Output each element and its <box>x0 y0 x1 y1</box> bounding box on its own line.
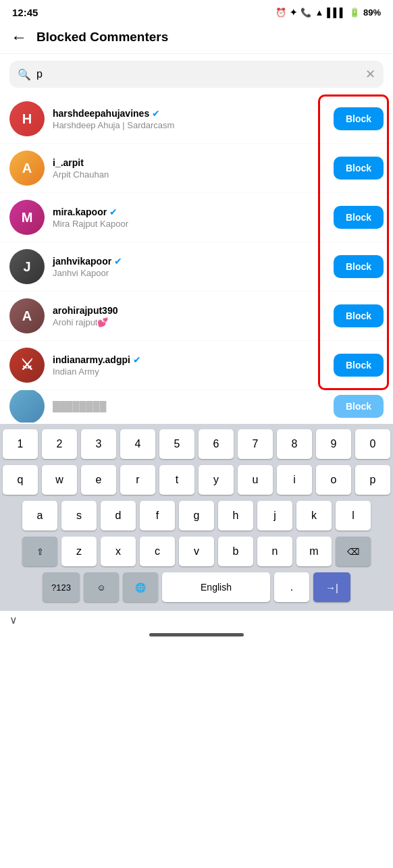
key-e[interactable]: e <box>81 465 116 495</box>
key-i[interactable]: i <box>277 465 312 495</box>
globe-key[interactable]: 🌐 <box>123 572 158 602</box>
search-container: 🔍 ✕ <box>0 54 393 94</box>
search-bar: 🔍 ✕ <box>9 61 384 88</box>
period-key[interactable]: . <box>274 572 309 602</box>
block-button[interactable]: Block <box>334 206 384 229</box>
key-p[interactable]: p <box>355 465 390 495</box>
username: mira.kapoor <box>53 207 107 217</box>
keyboard-row-z: ⇧ z x c v b n m ⌫ <box>3 537 390 566</box>
key-a[interactable]: a <box>22 501 57 531</box>
avatar <box>9 390 45 423</box>
user-info: arohirajput390 Arohi rajput💕 <box>53 305 325 327</box>
list-item: ⚔ indianarmy.adgpi ✔ Indian Army Block <box>0 341 393 390</box>
shift-key[interactable]: ⇧ <box>22 537 57 566</box>
list-item: A i_.arpit Arpit Chauhan Block <box>0 144 393 193</box>
list-item: J janhvikapoor ✔ Janhvi Kapoor Block <box>0 242 393 292</box>
status-time: 12:45 <box>12 7 38 18</box>
block-button[interactable]: Block <box>334 304 384 327</box>
key-k[interactable]: k <box>296 501 332 531</box>
avatar: M <box>9 200 45 235</box>
key-w[interactable]: w <box>42 465 77 495</box>
keyboard: 1 2 3 4 5 6 7 8 9 0 q w e r t y u i o p … <box>0 424 393 611</box>
user-list: H harshdeepahujavines ✔ Harshdeep Ahuja … <box>0 94 393 423</box>
key-x[interactable]: x <box>101 537 136 566</box>
user-info: janhvikapoor ✔ Janhvi Kapoor <box>53 256 325 278</box>
back-button[interactable]: ← <box>11 28 27 47</box>
avatar: A <box>9 151 45 186</box>
key-s[interactable]: s <box>61 501 97 531</box>
username: harshdeepahujavines <box>53 108 149 119</box>
key-4[interactable]: 4 <box>120 429 155 459</box>
key-u[interactable]: u <box>238 465 273 495</box>
key-d[interactable]: d <box>101 501 136 531</box>
key-f[interactable]: f <box>140 501 175 531</box>
key-7[interactable]: 7 <box>238 429 273 459</box>
key-y[interactable]: y <box>199 465 234 495</box>
key-n[interactable]: n <box>257 537 292 566</box>
battery-level: 89% <box>363 7 381 18</box>
home-bar <box>149 633 244 636</box>
full-name: Harshdeep Ahuja | Sardarcasm <box>53 120 325 130</box>
call-icon: 📞 <box>300 7 311 18</box>
key-t[interactable]: t <box>159 465 194 495</box>
space-key[interactable]: English <box>162 572 270 602</box>
search-input[interactable] <box>36 68 360 80</box>
full-name: Arohi rajput💕 <box>53 317 325 327</box>
block-button[interactable]: Block <box>334 255 384 278</box>
full-name: Mira Rajput Kapoor <box>53 219 325 229</box>
block-button[interactable]: Block <box>334 157 384 180</box>
avatar: A <box>9 298 45 333</box>
verified-badge: ✔ <box>114 256 122 267</box>
user-info: indianarmy.adgpi ✔ Indian Army <box>53 354 325 377</box>
emoji-key[interactable]: ☺ <box>84 572 119 602</box>
key-o[interactable]: o <box>316 465 351 495</box>
signal-icon: ▌▌▌ <box>327 7 346 18</box>
avatar: J <box>9 249 45 284</box>
user-info: i_.arpit Arpit Chauhan <box>53 157 325 180</box>
username: i_.arpit <box>53 157 84 168</box>
list-item: M mira.kapoor ✔ Mira Rajput Kapoor Block <box>0 193 393 242</box>
page-title: Blocked Commenters <box>36 30 168 45</box>
block-button[interactable]: Block <box>334 107 384 130</box>
key-c[interactable]: c <box>140 537 175 566</box>
key-z[interactable]: z <box>61 537 97 566</box>
key-5[interactable]: 5 <box>159 429 194 459</box>
key-2[interactable]: 2 <box>42 429 77 459</box>
key-r[interactable]: r <box>120 465 155 495</box>
keyboard-row-numbers: 1 2 3 4 5 6 7 8 9 0 <box>3 429 390 459</box>
clear-search-button[interactable]: ✕ <box>365 67 375 82</box>
chevron-down-icon[interactable]: ∨ <box>9 614 18 626</box>
key-j[interactable]: j <box>257 501 292 531</box>
block-button-partial[interactable]: Block <box>334 395 384 418</box>
list-item-partial: ████████ Block <box>0 390 393 423</box>
key-g[interactable]: g <box>179 501 214 531</box>
avatar: ⚔ <box>9 348 45 383</box>
battery-icon: 🔋 <box>349 7 360 18</box>
header: ← Blocked Commenters <box>0 22 393 54</box>
key-8[interactable]: 8 <box>277 429 312 459</box>
key-b[interactable]: b <box>218 537 253 566</box>
key-v[interactable]: v <box>179 537 214 566</box>
backspace-key[interactable]: ⌫ <box>336 537 371 566</box>
enter-key[interactable]: →| <box>313 572 350 602</box>
block-button[interactable]: Block <box>334 354 384 377</box>
num-key[interactable]: ?123 <box>43 572 80 602</box>
key-h[interactable]: h <box>218 501 253 531</box>
list-item: A arohirajput390 Arohi rajput💕 Block <box>0 292 393 341</box>
user-info-partial: ████████ <box>53 401 325 412</box>
full-name: Arpit Chauhan <box>53 169 325 180</box>
key-q[interactable]: q <box>3 465 38 495</box>
chevron-down-row: ∨ <box>0 611 393 629</box>
username-partial: ████████ <box>53 401 106 412</box>
key-3[interactable]: 3 <box>81 429 116 459</box>
user-info: harshdeepahujavines ✔ Harshdeep Ahuja | … <box>53 108 325 130</box>
verified-badge: ✔ <box>152 108 160 119</box>
avatar: H <box>9 101 45 136</box>
key-9[interactable]: 9 <box>316 429 351 459</box>
key-m[interactable]: m <box>296 537 332 566</box>
key-l[interactable]: l <box>336 501 371 531</box>
key-0[interactable]: 0 <box>355 429 390 459</box>
bluetooth-icon: ✦ <box>290 7 297 18</box>
key-1[interactable]: 1 <box>3 429 38 459</box>
key-6[interactable]: 6 <box>199 429 234 459</box>
